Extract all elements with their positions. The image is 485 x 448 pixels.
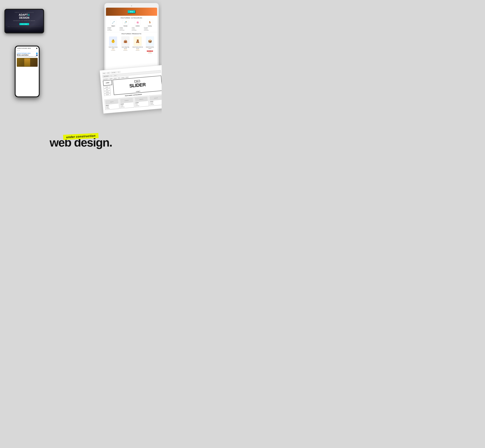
- tablet-product-enfamil: 📦 Enfamil Formula Box $20.99 SPECIAL OFF…: [144, 36, 156, 53]
- tablet-cat-name-strollers: strollers: [132, 25, 143, 26]
- tablet-cat-link-furniture[interactable]: Furniture: [144, 27, 156, 28]
- tablet-prod-img-diaperbag: 👜: [121, 36, 129, 46]
- christopher-title: Writer and Editor: [17, 54, 38, 56]
- wireframe-slider-text: SLIDER: [129, 82, 146, 89]
- tablet-prod-name-gerber: Gerber Footsie and Hot Set: [132, 47, 143, 48]
- wf-cat-formula: Formula Pic formula Similac Enfamil All …: [119, 97, 134, 109]
- christopher-social: t f: [36, 53, 38, 56]
- wireframe-paper: Offers Gift C Free Shipp... ov... Baby R…: [100, 65, 162, 114]
- adapt-device: CREATE A DIGITAL WORKPLACE ADAPT& DESIGN…: [4, 9, 44, 33]
- tablet-prod-price-diaperbag: $15.99: [120, 48, 131, 49]
- tablet-cat-img-formula: 🍼: [123, 20, 128, 25]
- christopher-header: Christopher Wen: [16, 47, 39, 50]
- christopher-body: CHRISTOPHER WEN Writer and Editor Design…: [16, 51, 39, 68]
- wf-dot-3[interactable]: [139, 91, 140, 92]
- christopher-nav-call[interactable]: Call C: [18, 50, 20, 51]
- tablet-prod-name-enfamil: Enfamil Formula Box: [144, 47, 156, 48]
- tablet-cat-link-graco[interactable]: Graco: [132, 27, 143, 28]
- tablet-featured-categories-title: FEATURED CATEGORIES: [106, 16, 157, 20]
- adapt-title: ADAPT& DESIGN: [7, 14, 42, 19]
- wf-dot-2[interactable]: [138, 91, 139, 92]
- tablet-cat-img-nursery: 🪑: [147, 20, 153, 25]
- tablet-cat-name-diapers: diapers: [107, 25, 119, 26]
- christopher-header-name: Christopher Wen: [17, 48, 31, 49]
- wf-side-feeding[interactable]: Feeding: [104, 91, 111, 93]
- adapt-phone-frame: CREATE A DIGITAL WORKPLACE ADAPT& DESIGN…: [4, 9, 44, 33]
- tablet-cat-img-strollers: 🌸: [135, 20, 141, 25]
- tablet-cat-name-nursery: nursery: [144, 25, 156, 26]
- wireframe-side-nav: Health Bath Feeding Playtime: [103, 86, 111, 96]
- tablet-cat-link-all-diapers[interactable]: All Diapers: [107, 30, 119, 31]
- wf-cat-nursery: Nursery Pic. nursery Furniture Bedding A…: [149, 94, 162, 106]
- tablet-category-formula: 🍼 formula Similac Enfamil All Formula: [120, 20, 131, 31]
- tablet-special-offer: SPECIAL OFFER: [147, 51, 153, 52]
- bottom-section: under construction web design.: [0, 134, 162, 148]
- christopher-nav-about[interactable]: About: [16, 50, 18, 51]
- wf-cat-pic-strollers: Strollers Pic: [135, 96, 148, 102]
- wireframe-slider-dots: [136, 91, 140, 92]
- adapt-try-button[interactable]: TRY IT FREE: [19, 23, 29, 25]
- wireframe-logo: LOGO: [103, 80, 112, 86]
- wf-side-bath[interactable]: Bath: [103, 88, 110, 91]
- wf-nav-registry[interactable]: Baby Registry: [103, 75, 109, 77]
- adapt-content: CREATE A DIGITAL WORKPLACE ADAPT& DESIGN…: [5, 10, 43, 29]
- tablet-cat-link-pampers[interactable]: Pampers: [107, 27, 119, 28]
- tablet-cat-link-all-nursery[interactable]: All Nursery: [144, 30, 156, 31]
- christopher-hero-image: [17, 58, 38, 67]
- tablet-products: 👶 Carter's Fleece Footsie $7.99 ★★★★★ (1…: [106, 35, 157, 55]
- tablet-category-strollers: 🌸 strollers Graco Chicco All Strollers: [132, 20, 143, 31]
- twitter-icon[interactable]: t: [36, 53, 38, 54]
- wf-top-gift: Gift C: [107, 72, 110, 74]
- christopher-phone-frame: Christopher Wen About Call C CHRISTOPHER…: [15, 46, 40, 97]
- tablet-cat-link-huggies[interactable]: Huggies: [107, 28, 119, 30]
- tablet-cat-link-chicco[interactable]: Chicco: [132, 28, 143, 30]
- tablet-category-diapers: 🧷 diapers Pampers Huggies All Diapers: [107, 20, 119, 31]
- tablet-shop-button[interactable]: Shop: [127, 10, 136, 13]
- wf-subnav-clothes[interactable]: Clothes: [125, 76, 129, 78]
- tablet-prod-price-footsie: $7.99: [107, 48, 119, 49]
- tablet-prod-name-diaperbag: Carter's Diaper Bag: [120, 47, 131, 48]
- tablet-cat-link-similac[interactable]: Similac: [120, 27, 131, 28]
- wf-subnav-playtime[interactable]: Playtime: [113, 78, 117, 79]
- facebook-icon[interactable]: f: [36, 55, 38, 56]
- tablet-product-diaperbag: 👜 Carter's Diaper Bag $15.99 ★★★★★ (265 …: [120, 36, 131, 53]
- adapt-ampersand: &: [28, 13, 30, 16]
- adapt-footer: LiveTiles: [7, 26, 42, 27]
- wf-nav-clothes[interactable]: Clothes ▾: [113, 74, 118, 76]
- tablet-cat-link-all-formula[interactable]: All Formula: [120, 30, 131, 31]
- wf-dot-1[interactable]: [136, 91, 137, 92]
- adapt-title-adapt: ADAPT: [19, 13, 28, 16]
- wf-subnav-feeding[interactable]: Feeding: [109, 78, 113, 80]
- wf-subnav-registry[interactable]: Baby Registry ▾: [103, 78, 109, 80]
- wf-top-offers: Offers: [102, 72, 106, 74]
- wf-cat-diapers: Diaper Pic diapers Pampers Huggies All D…: [104, 98, 119, 110]
- tablet-cat-link-enfamil[interactable]: Enfamil: [120, 28, 131, 30]
- tablet-prod-img-footsie: 👶: [109, 36, 117, 46]
- christopher-nav: About Call C: [16, 50, 39, 51]
- christopher-description: Designing Responsive Web Pages and Graph…: [17, 56, 38, 57]
- christopher-avatar: [24, 58, 30, 66]
- tablet-reviews-enfamil: (99 Reviews): [144, 53, 156, 54]
- wf-subnav-learning[interactable]: Learning: [121, 77, 125, 79]
- wf-cat-pic-formula: Formula Pic: [120, 98, 133, 103]
- wf-side-playtime[interactable]: Playtime: [104, 93, 111, 96]
- tablet-product-footsie: 👶 Carter's Fleece Footsie $7.99 ★★★★★ (1…: [107, 36, 119, 53]
- tablet-prod-name-footsie: Carter's Fleece Footsie: [107, 47, 119, 48]
- christopher-screen: Christopher Wen About Call C CHRISTOPHER…: [16, 47, 39, 96]
- tablet-prod-price-gerber: $12.99: [132, 48, 143, 49]
- wf-nav-gear[interactable]: Gear: [110, 75, 113, 77]
- tablet-reviews-footsie: (131 Reviews): [107, 50, 119, 51]
- tablet-prod-price-enfamil: $20.99: [144, 48, 156, 49]
- wf-shop-button[interactable]: Shop: [134, 80, 140, 83]
- tablet-banner: Shop: [106, 8, 157, 16]
- wf-top-shipping: Free Shipp...: [111, 71, 117, 73]
- tablet-cat-link-all-strollers[interactable]: All Strollers: [132, 30, 143, 31]
- christopher-menu-dot[interactable]: [36, 48, 37, 49]
- wf-cat-pic-diapers: Diaper Pic: [105, 99, 118, 104]
- christopher-device: Christopher Wen About Call C CHRISTOPHER…: [15, 46, 40, 97]
- wf-subnav-gear[interactable]: Gear: [118, 77, 120, 79]
- adapt-brand: LiveTiles: [8, 26, 10, 27]
- tablet-reviews-diaperbag: (265 Reviews): [120, 50, 131, 51]
- tablet-cat-link-bedding[interactable]: Bedding: [144, 28, 156, 30]
- wf-side-health[interactable]: Health: [103, 86, 110, 88]
